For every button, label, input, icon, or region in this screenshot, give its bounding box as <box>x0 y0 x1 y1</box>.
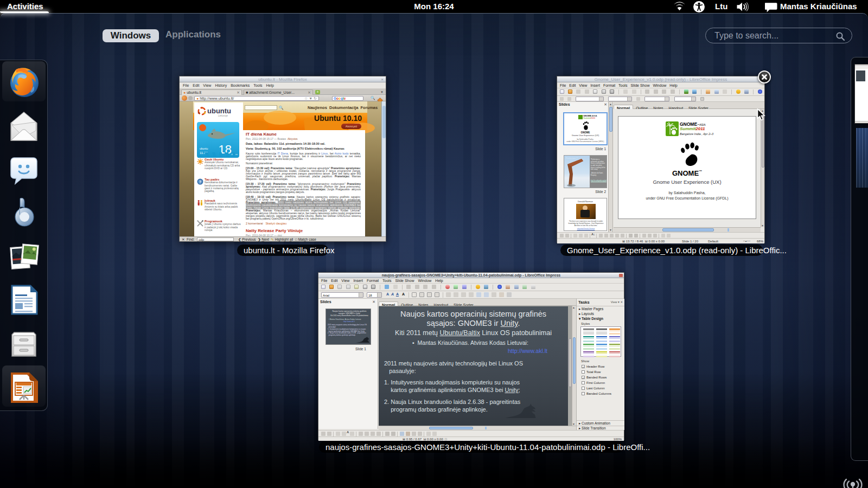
svg-text:?: ? <box>199 180 201 184</box>
